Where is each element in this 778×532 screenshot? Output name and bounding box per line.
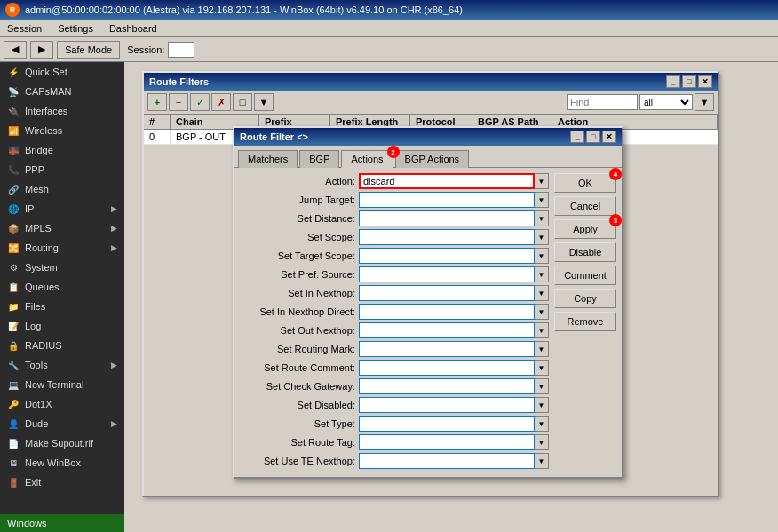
sidebar-item-ppp[interactable]: 📞 PPP — [0, 160, 124, 179]
set-route-comment-input[interactable] — [359, 360, 535, 376]
sidebar-item-bridge[interactable]: 🌉 Bridge — [0, 140, 124, 160]
set-use-te-nexthop-input[interactable] — [359, 453, 535, 469]
filter-button[interactable]: ▼ — [254, 93, 274, 111]
set-in-nexthop-input[interactable] — [359, 285, 535, 301]
set-in-nexthop-direct-dropdown-btn[interactable]: ▼ — [535, 304, 549, 320]
set-pref-source-dropdown-btn[interactable]: ▼ — [535, 266, 549, 282]
sidebar-item-quick-set[interactable]: ⚡ Quick Set — [0, 62, 124, 82]
capsman-icon: 📡 — [7, 85, 20, 98]
jump-target-input[interactable] — [359, 192, 535, 208]
menu-session[interactable]: Session — [4, 22, 45, 35]
sidebar-windows[interactable]: Windows ▶ — [0, 514, 124, 532]
sidebar-item-make-supout[interactable]: 📄 Make Supout.rif — [0, 433, 124, 453]
sidebar-item-queues[interactable]: 📋 Queues — [0, 277, 124, 297]
copy-button[interactable]: Copy — [554, 289, 616, 308]
search-dropdown[interactable]: all — [639, 94, 693, 110]
set-scope-dropdown-btn[interactable]: ▼ — [535, 229, 549, 245]
set-routing-mark-input[interactable] — [359, 341, 535, 357]
dialog-maximize[interactable]: □ — [586, 131, 600, 143]
sidebar-item-dot1x[interactable]: 🔑 Dot1X — [0, 394, 124, 414]
close-button[interactable]: ✕ — [698, 75, 712, 88]
sidebar-item-exit[interactable]: 🚪 Exit — [0, 472, 124, 492]
back-button[interactable]: ◀ — [4, 41, 27, 59]
set-check-gateway-dropdown-btn[interactable]: ▼ — [535, 378, 549, 394]
sidebar-item-tools[interactable]: 🔧 Tools ▶ — [0, 355, 124, 375]
add-button[interactable]: + — [147, 93, 167, 111]
tab-matchers[interactable]: Matchers — [238, 150, 298, 168]
set-disabled-dropdown-btn[interactable]: ▼ — [535, 397, 549, 413]
sidebar-label-tools: Tools — [25, 360, 48, 370]
set-route-comment-dropdown-btn[interactable]: ▼ — [535, 360, 549, 376]
set-scope-input[interactable] — [359, 229, 535, 245]
set-out-nexthop-dropdown-btn[interactable]: ▼ — [535, 322, 549, 338]
remove-button[interactable]: − — [169, 93, 188, 111]
sidebar-item-capsman[interactable]: 📡 CAPsMAN — [0, 82, 124, 101]
dialog-close[interactable]: ✕ — [602, 131, 616, 143]
dialog-minimize[interactable]: _ — [570, 131, 584, 143]
sidebar-item-radius[interactable]: 🔒 RADIUS — [0, 336, 124, 355]
sidebar-item-wireless[interactable]: 📶 Wireless — [0, 121, 124, 140]
minimize-button[interactable]: _ — [666, 75, 680, 88]
copy-button-toolbar[interactable]: □ — [233, 93, 252, 111]
menu-dashboard[interactable]: Dashboard — [106, 22, 161, 35]
set-distance-dropdown-btn[interactable]: ▼ — [535, 210, 549, 226]
set-route-tag-input[interactable] — [359, 434, 535, 450]
forward-button[interactable]: ▶ — [30, 41, 53, 59]
set-out-nexthop-input[interactable] — [359, 322, 535, 338]
sidebar-item-routing[interactable]: 🔀 Routing ▶ — [0, 238, 124, 258]
tab-bgp[interactable]: BGP — [299, 150, 339, 168]
disable-button[interactable]: Disable — [554, 242, 616, 262]
set-check-gateway-input[interactable] — [359, 378, 535, 394]
ok-button[interactable]: OK — [554, 173, 616, 193]
label-set-target-scope: Set Target Scope: — [240, 250, 355, 261]
label-set-pref-source: Set Pref. Source: — [240, 269, 355, 280]
sidebar-label-interfaces: Interfaces — [25, 106, 67, 116]
set-route-comment-dropdown: ▼ — [359, 360, 549, 376]
enable-button[interactable]: ✓ — [190, 93, 210, 111]
menu-settings[interactable]: Settings — [54, 22, 97, 35]
sidebar-item-new-terminal[interactable]: 💻 New Terminal — [0, 375, 124, 394]
files-icon: 📁 — [7, 300, 20, 313]
apply-button[interactable]: Apply — [554, 219, 616, 239]
set-target-scope-dropdown-btn[interactable]: ▼ — [535, 248, 549, 264]
sidebar-item-dude[interactable]: 👤 Dude ▶ — [0, 414, 124, 433]
sidebar-item-ip[interactable]: 🌐 IP ▶ — [0, 199, 124, 218]
tab-actions[interactable]: Actions 2 — [341, 150, 393, 168]
maximize-button[interactable]: □ — [682, 75, 696, 88]
comment-button[interactable]: Comment — [554, 266, 616, 285]
tab-bgp-actions[interactable]: BGP Actions — [395, 150, 470, 168]
quick-set-icon: ⚡ — [7, 66, 20, 78]
jump-target-dropdown-btn[interactable]: ▼ — [535, 192, 549, 208]
label-set-distance: Set Distance: — [240, 213, 355, 224]
search-expand[interactable]: ▼ — [695, 93, 714, 111]
set-target-scope-input[interactable] — [359, 248, 535, 264]
sidebar-item-log[interactable]: 📝 Log — [0, 316, 124, 336]
set-in-nexthop-direct-dropdown: ▼ — [359, 304, 549, 320]
set-in-nexthop-direct-input[interactable] — [359, 304, 535, 320]
set-route-tag-dropdown-btn[interactable]: ▼ — [535, 434, 549, 450]
set-use-te-nexthop-dropdown-btn[interactable]: ▼ — [535, 453, 549, 469]
action-dropdown-btn[interactable]: ▼ — [535, 173, 549, 189]
disable-button[interactable]: ✗ — [211, 93, 231, 111]
search-input[interactable] — [567, 94, 638, 110]
sidebar-item-interfaces[interactable]: 🔌 Interfaces — [0, 101, 124, 121]
sidebar-item-mpls[interactable]: 📦 MPLS ▶ — [0, 218, 124, 238]
cancel-button[interactable]: Cancel — [554, 196, 616, 216]
sidebar-label-routing: Routing — [25, 242, 59, 253]
sidebar-item-new-winbox[interactable]: 🖥 New WinBox — [0, 453, 124, 472]
sidebar-item-system[interactable]: ⚙ System — [0, 258, 124, 277]
session-input[interactable] — [168, 42, 194, 58]
set-disabled-input[interactable] — [359, 397, 535, 413]
set-routing-mark-dropdown-btn[interactable]: ▼ — [535, 341, 549, 357]
remove-button-dialog[interactable]: Remove — [554, 312, 616, 331]
action-input[interactable] — [359, 173, 535, 189]
sidebar-item-mesh[interactable]: 🔗 Mesh — [0, 179, 124, 199]
sidebar-item-files[interactable]: 📁 Files — [0, 297, 124, 316]
safe-mode-button[interactable]: Safe Mode — [57, 41, 120, 59]
set-in-nexthop-dropdown-btn[interactable]: ▼ — [535, 285, 549, 301]
set-distance-input[interactable] — [359, 210, 535, 226]
set-type-input[interactable] — [359, 416, 535, 432]
set-pref-source-input[interactable] — [359, 266, 535, 282]
routing-arrow: ▶ — [111, 243, 117, 252]
set-type-dropdown-btn[interactable]: ▼ — [535, 416, 549, 432]
